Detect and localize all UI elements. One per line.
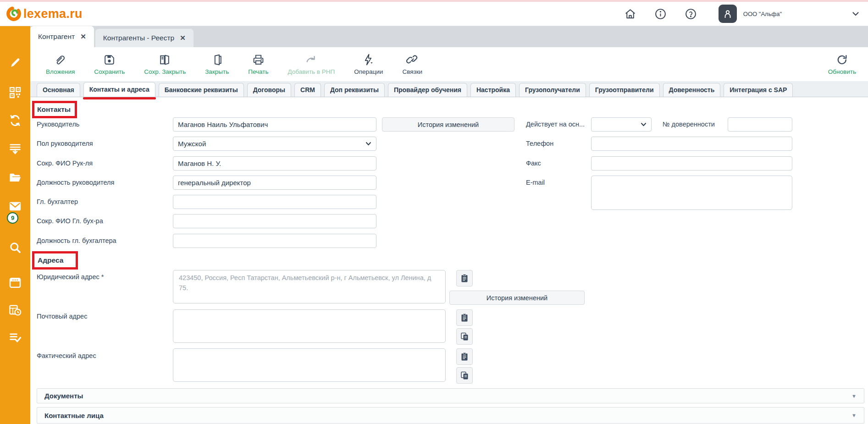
brand-name: lexema.ru bbox=[23, 7, 83, 21]
door-icon bbox=[211, 54, 223, 66]
account-menu[interactable]: ООО "Альфа" bbox=[719, 5, 782, 23]
save-icon bbox=[103, 54, 116, 66]
fax-input[interactable] bbox=[591, 156, 792, 171]
window-tab-contractor[interactable]: Контрагент ✕ bbox=[30, 26, 94, 47]
copy-icon bbox=[460, 371, 469, 380]
pencil-icon[interactable] bbox=[8, 56, 22, 70]
history-button[interactable]: История изменений bbox=[382, 117, 514, 132]
printer-icon bbox=[252, 54, 265, 66]
tab-sap-integration[interactable]: Интеграция с SAP bbox=[724, 83, 793, 97]
close-icon[interactable]: ✕ bbox=[80, 33, 86, 41]
print-button[interactable]: Печать bbox=[238, 54, 278, 75]
attorney-number-input[interactable] bbox=[728, 117, 792, 132]
window-tab-contractors-registry[interactable]: Контрагенты - Реестр ✕ bbox=[95, 29, 194, 47]
chevron-down-icon: ▼ bbox=[851, 393, 857, 399]
label-accountant-short-name: Сокр. ФИО Гл. бух-ра bbox=[37, 217, 103, 225]
list-export-icon[interactable] bbox=[8, 142, 22, 156]
copy-icon bbox=[460, 332, 469, 341]
chevron-down-icon[interactable] bbox=[851, 9, 861, 19]
mail-icon[interactable] bbox=[8, 199, 22, 213]
accountant-short-name-input[interactable] bbox=[173, 214, 376, 228]
operations-button[interactable]: Операции bbox=[344, 54, 393, 75]
tab-contacts-addresses[interactable]: Контакты и адреса bbox=[83, 82, 155, 97]
close-button[interactable]: Закрыть bbox=[195, 54, 238, 75]
paste-postal-button[interactable] bbox=[456, 309, 473, 326]
clipboard-icon bbox=[460, 274, 469, 283]
mail-badge: 9 bbox=[7, 212, 18, 224]
contacts-section-title: Контакты bbox=[37, 105, 71, 114]
lexema-logo[interactable]: lexema.ru bbox=[6, 6, 83, 22]
accountant-position-input[interactable] bbox=[173, 234, 376, 248]
label-head: Руководитель bbox=[37, 121, 79, 128]
head-position-input[interactable] bbox=[173, 176, 376, 190]
copy-postal-button[interactable] bbox=[456, 328, 473, 345]
help-icon[interactable] bbox=[685, 7, 697, 20]
tab-crm[interactable]: CRM bbox=[294, 83, 321, 97]
label-acts-on-basis: Действует на осн... bbox=[526, 121, 585, 128]
schedule-icon[interactable] bbox=[8, 303, 22, 317]
attachments-button[interactable]: Вложения bbox=[36, 54, 84, 75]
paste-address-button[interactable] bbox=[456, 270, 473, 286]
user-avatar-icon bbox=[719, 5, 737, 23]
save-close-icon bbox=[159, 54, 171, 66]
refresh-button[interactable]: Обновить bbox=[818, 54, 868, 75]
label-email: E-mail bbox=[526, 179, 545, 186]
refresh-icon bbox=[836, 54, 848, 66]
copy-actual-button[interactable] bbox=[456, 367, 473, 384]
tab-shippers[interactable]: Грузоотправители bbox=[589, 83, 660, 97]
phone-input[interactable] bbox=[591, 137, 792, 151]
tab-bank-details[interactable]: Банковские реквизиты bbox=[159, 83, 244, 97]
links-button[interactable]: Связки bbox=[393, 54, 432, 75]
acts-on-basis-select[interactable] bbox=[591, 117, 652, 132]
label-postal-address: Почтовый адрес bbox=[37, 313, 87, 320]
annotation-red-underline bbox=[83, 97, 156, 99]
search-icon[interactable] bbox=[8, 241, 22, 254]
home-icon[interactable] bbox=[624, 7, 637, 20]
info-icon[interactable] bbox=[654, 7, 667, 20]
sync-icon[interactable] bbox=[8, 114, 22, 127]
paperclip-icon bbox=[54, 54, 66, 66]
clipboard-icon bbox=[460, 352, 469, 361]
email-textarea[interactable] bbox=[591, 176, 792, 210]
actual-address-textarea[interactable] bbox=[173, 348, 446, 382]
app-header: lexema.ru ООО "Альфа" bbox=[0, 2, 868, 26]
form-tab-strip: Основная Контакты и адреса Банковские ре… bbox=[30, 81, 868, 97]
close-icon[interactable]: ✕ bbox=[180, 34, 186, 42]
address-history-button[interactable]: История изменений bbox=[449, 291, 585, 305]
qr-code-icon[interactable] bbox=[8, 86, 22, 99]
tab-extra-details[interactable]: Доп реквизиты bbox=[324, 83, 385, 97]
tab-main[interactable]: Основная bbox=[37, 83, 80, 97]
postal-address-textarea[interactable] bbox=[173, 309, 446, 343]
accordion-contact-persons[interactable]: Контактные лица ▼ bbox=[37, 407, 864, 424]
label-legal-address: Юридический адрес * bbox=[37, 273, 104, 281]
tab-training-provider[interactable]: Провайдер обучения bbox=[388, 83, 467, 97]
head-short-name-input[interactable] bbox=[173, 156, 376, 171]
label-head-gender: Пол руководителя bbox=[37, 140, 93, 147]
window-tab-bar: Контрагент ✕ Контрагенты - Реестр ✕ bbox=[30, 26, 868, 47]
addresses-section-title: Адреса bbox=[38, 256, 63, 264]
label-accountant-position: Должность гл. бухгалтера bbox=[37, 237, 116, 244]
head-gender-select[interactable]: Мужской bbox=[173, 137, 376, 151]
left-sidebar: 9 bbox=[0, 26, 30, 424]
save-close-button[interactable]: Сохр. Закрыть bbox=[134, 54, 195, 75]
calendar-icon[interactable] bbox=[8, 276, 22, 290]
window-tab-label: Контрагент bbox=[38, 33, 75, 41]
toolbar: Вложения Сохранить Сохр. Закрыть bbox=[30, 47, 868, 81]
tasks-icon[interactable] bbox=[8, 331, 22, 345]
paste-actual-button[interactable] bbox=[456, 348, 473, 365]
tab-consignees[interactable]: Грузополучатели bbox=[519, 83, 586, 97]
head-input[interactable] bbox=[173, 117, 376, 132]
tab-settings[interactable]: Настройка bbox=[470, 83, 516, 97]
save-button[interactable]: Сохранить bbox=[84, 54, 134, 75]
label-phone: Телефон bbox=[526, 140, 553, 147]
tab-contracts[interactable]: Договоры bbox=[247, 83, 291, 97]
legal-address-textarea[interactable]: 423450, Россия, Респ Татарстан, Альметье… bbox=[173, 270, 446, 303]
label-actual-address: Фактический адрес bbox=[37, 352, 96, 359]
chief-accountant-input[interactable] bbox=[173, 195, 376, 209]
redo-arrow-icon bbox=[305, 54, 317, 66]
accordion-documents[interactable]: Документы ▼ bbox=[37, 388, 864, 403]
lexema-logo-icon bbox=[6, 6, 22, 22]
folder-icon[interactable] bbox=[8, 171, 22, 185]
add-to-rnp-button: Добавить в РНП bbox=[278, 54, 344, 75]
tab-power-of-attorney[interactable]: Доверенность bbox=[663, 83, 721, 97]
